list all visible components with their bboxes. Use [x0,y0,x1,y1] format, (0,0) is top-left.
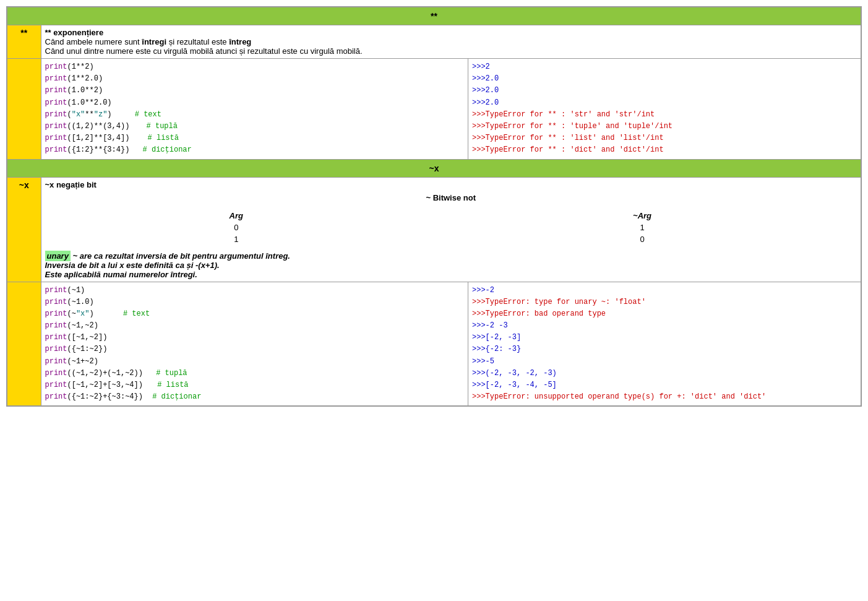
power-code-right: >>>2 >>>2.0 >>>2.0 >>>2.0 >>>TypeError f… [468,59,862,160]
bitwise-subtitle: ~ Bitwise not [45,189,857,205]
bitwise-out-10: >>>TypeError: unsupported operand type(s… [472,391,857,403]
bitwise-desc-1: ~ are ca rezultat inversia de bit pentru… [71,251,290,261]
power-code-6: print((1,2)**(3,4)) # tuplă [45,121,465,132]
bitwise-code-right: >>>-2 >>>TypeError: type for unary ~: 'f… [468,282,862,406]
bitwise-unary-desc: unary ~ are ca rezultat inversia de bit … [45,251,857,261]
bitwise-out-9: >>>[-2, -3, -4, -5] [472,379,857,391]
power-title-text: ** exponențiere [45,28,104,37]
header-bitwise: ~x [7,159,861,177]
bitwise-code-2: print(~1.0) [45,296,465,308]
bitwise-out-5: >>>[-2, -3] [472,332,857,344]
bitwise-operator: ~x [7,177,41,282]
power-bold1: întregi [142,37,166,46]
bitwise-code-3: print(~"x") # text [45,308,465,320]
power-desc-row: ** ** exponențiere Când ambele numere su… [7,25,861,59]
bitwise-truth-table: Arg ~Arg 0 1 1 0 [45,210,857,245]
col-arg: Arg [45,210,428,222]
bitwise-title-text: ~x negație bit [45,180,97,189]
header-row-power: ** [7,7,861,25]
bitwise-operator-code [7,282,41,406]
power-description: ** exponențiere Când ambele numere sunt … [41,25,861,59]
power-out-7: >>>TypeError for ** : 'list' and 'list'/… [472,132,857,144]
bitwise-table-header: Arg ~Arg [45,210,857,222]
bitwise-table-row-2: 1 0 [45,233,857,245]
col-not-arg: ~Arg [428,210,857,222]
bitwise-out-3: >>>TypeError: bad operand type [472,308,857,320]
bitwise-code-10: print({~1:~2}+{~3:~4}) # dicționar [45,391,465,403]
bitwise-code-4: print(~1,~2) [45,320,465,332]
header-power: ** [7,7,861,25]
bitwise-description: ~x negație bit ~ Bitwise not Arg ~Arg 0 … [41,177,861,282]
bitwise-out-2: >>>TypeError: type for unary ~: 'float' [472,296,857,308]
power-out-5: >>>TypeError for ** : 'str' and 'str'/in… [472,109,857,121]
power-code-3: print(1.0**2) [45,85,465,97]
power-operator-code [7,59,41,160]
power-out-1: >>>2 [472,61,857,73]
power-code-5: print("x"**"z") # text [45,109,465,121]
bitwise-desc-3: Este aplicabilă numai numerelor întregi. [45,270,857,279]
power-out-2: >>>2.0 [472,73,857,85]
bitwise-code-6: print({~1:~2}) [45,344,465,355]
notarg-0: 0 [428,233,857,245]
power-out-6: >>>TypeError for ** : 'tuple' and 'tuple… [472,121,857,132]
power-code-7: print([1,2]**[3,4]) # listă [45,132,465,144]
power-out-3: >>>2.0 [472,85,857,97]
bitwise-out-1: >>>-2 [472,285,857,296]
main-table: ** ** ** exponențiere Când ambele numere… [6,6,862,407]
bitwise-out-6: >>>{-2: -3} [472,344,857,355]
bitwise-table-row-1: 0 1 [45,222,857,233]
power-desc-line2: Când unul dintre numere este cu virgulă … [45,46,857,56]
header-row-bitwise: ~x [7,159,861,177]
bitwise-out-7: >>>-5 [472,356,857,368]
bitwise-out-4: >>>-2 -3 [472,320,857,332]
power-out-8: >>>TypeError for ** : 'dict' and 'dict'/… [472,144,857,156]
bitwise-code-left: print(~1) print(~1.0) print(~"x") # text… [41,282,468,406]
power-bold2: întreg [229,37,251,46]
bitwise-title-line: ~x negație bit [45,180,857,189]
power-code-left: print(1**2) print(1**2.0) print(1.0**2) … [41,59,468,160]
arg-0: 0 [45,222,428,233]
bitwise-desc-row: ~x ~x negație bit ~ Bitwise not Arg ~Arg… [7,177,861,282]
print-kw: print [45,63,67,71]
power-code-1: print(1**2) [45,61,465,73]
bitwise-code-row: print(~1) print(~1.0) print(~"x") # text… [7,282,861,406]
bitwise-code-8: print((~1,~2)+(~1,~2)) # tuplă [45,368,465,379]
bitwise-out-8: >>>(-2, -3, -2, -3) [472,368,857,379]
power-code-row: print(1**2) print(1**2.0) print(1.0**2) … [7,59,861,160]
power-code-4: print(1.0**2.0) [45,97,465,109]
bitwise-code-7: print(~1+~2) [45,356,465,368]
arg-1: 1 [45,233,428,245]
bitwise-code-1: print(~1) [45,285,465,296]
bitwise-desc-2: Inversia de bit a lui x este definită ca… [45,261,857,270]
power-desc-line1: Când ambele numere sunt întregi și rezul… [45,37,857,46]
power-title: ** exponențiere [45,28,857,37]
bitwise-code-9: print([~1,~2]+[~3,~4]) # listă [45,379,465,391]
notarg-1: 1 [428,222,857,233]
bitwise-code-5: print([~1,~2]) [45,332,465,344]
power-out-4: >>>2.0 [472,97,857,109]
power-code-2: print(1**2.0) [45,73,465,85]
power-code-8: print({1:2}**{3:4}) # dicționar [45,144,465,156]
power-operator: ** [7,25,41,59]
unary-highlight: unary [45,251,71,261]
